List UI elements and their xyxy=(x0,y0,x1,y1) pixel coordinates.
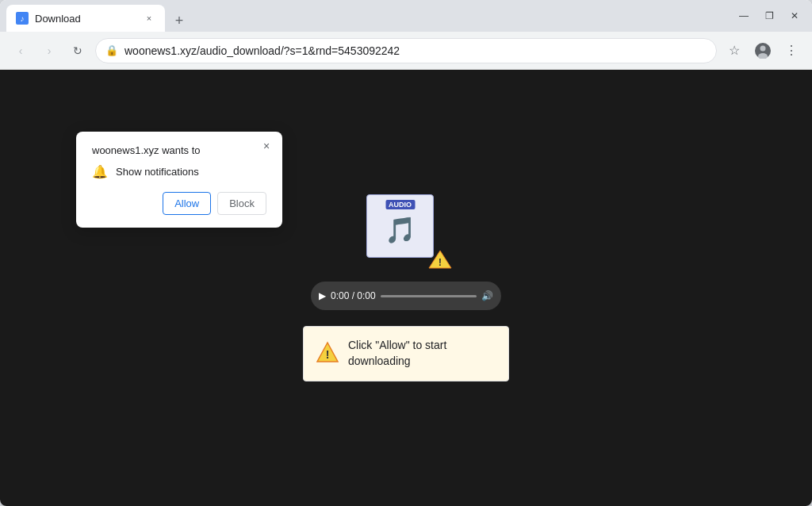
popup-title: woonews1.xyz wants to xyxy=(92,144,266,156)
center-content: AUDIO 🎵 ! ▶ 0:00 / 0:00 🔊 xyxy=(303,194,509,381)
lock-icon: 🔒 xyxy=(105,44,118,56)
prompt-text: Click "Allow" to start downloading xyxy=(348,338,496,369)
forward-button[interactable]: › xyxy=(38,40,60,62)
close-button[interactable]: ✕ xyxy=(783,5,806,27)
prompt-warning-icon: ! xyxy=(316,341,339,366)
refresh-button[interactable]: ↻ xyxy=(67,40,89,62)
svg-text:!: ! xyxy=(326,348,330,361)
maximize-button[interactable]: ❐ xyxy=(758,5,780,27)
url-text: woonews1.xyz/audio_download/?s=1&rnd=545… xyxy=(124,44,707,57)
bell-icon: 🔔 xyxy=(92,164,108,179)
tabs-area: ♪ Download × + xyxy=(6,0,730,32)
back-button[interactable]: ‹ xyxy=(10,40,32,62)
new-tab-button[interactable]: + xyxy=(168,10,190,32)
music-note-icon: 🎵 xyxy=(385,215,416,245)
volume-button[interactable]: 🔊 xyxy=(481,290,493,301)
tab-close-button[interactable]: × xyxy=(143,12,155,25)
minimize-button[interactable]: — xyxy=(733,5,755,27)
block-button[interactable]: Block xyxy=(217,192,266,215)
popup-notification-item: 🔔 Show notifications xyxy=(92,164,266,179)
svg-text:!: ! xyxy=(439,256,442,268)
svg-point-3 xyxy=(760,45,766,51)
audio-label: AUDIO xyxy=(385,200,415,209)
page-content: × woonews1.xyz wants to 🔔 Show notificat… xyxy=(0,70,812,506)
profile-button[interactable] xyxy=(752,40,774,62)
tab-title: Download xyxy=(35,13,136,25)
tab-favicon: ♪ xyxy=(16,12,29,25)
notification-popup: × woonews1.xyz wants to 🔔 Show notificat… xyxy=(76,132,282,228)
progress-bar[interactable] xyxy=(381,295,477,297)
title-bar: ♪ Download × + — ❐ ✕ xyxy=(0,0,812,32)
menu-button[interactable]: ⋮ xyxy=(780,40,802,62)
address-bar: ‹ › ↻ 🔒 woonews1.xyz/audio_download/?s=1… xyxy=(0,32,812,70)
bookmark-button[interactable]: ☆ xyxy=(723,40,745,62)
warning-triangle-icon: ! xyxy=(428,249,452,270)
audio-file-icon: AUDIO 🎵 xyxy=(366,194,434,258)
svg-text:♪: ♪ xyxy=(21,14,25,23)
allow-button[interactable]: Allow xyxy=(163,192,211,215)
audio-player: ▶ 0:00 / 0:00 🔊 xyxy=(311,282,501,310)
time-display: 0:00 / 0:00 xyxy=(331,290,376,301)
download-prompt: ! Click "Allow" to start downloading xyxy=(303,326,509,381)
window-controls: — ❐ ✕ xyxy=(733,5,806,27)
active-tab[interactable]: ♪ Download × xyxy=(6,5,165,32)
play-button[interactable]: ▶ xyxy=(319,290,326,301)
browser-window: ♪ Download × + — ❐ ✕ ‹ › ↻ 🔒 woonews1.xy… xyxy=(0,0,812,506)
url-bar[interactable]: 🔒 woonews1.xyz/audio_download/?s=1&rnd=5… xyxy=(95,38,717,63)
popup-close-button[interactable]: × xyxy=(259,138,274,154)
audio-icon-wrapper: AUDIO 🎵 ! xyxy=(366,194,446,266)
popup-actions: Allow Block xyxy=(92,192,266,215)
popup-item-text: Show notifications xyxy=(116,166,199,178)
